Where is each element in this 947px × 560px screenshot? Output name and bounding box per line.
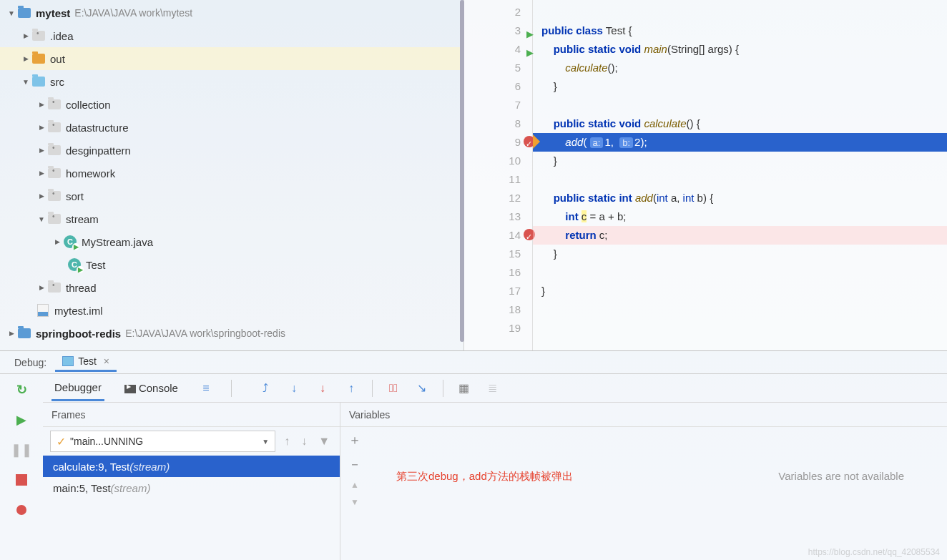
execution-line: add( a:1, b:2); (533, 133, 947, 152)
stack-frame[interactable]: calculate:9, Test (stream) (43, 456, 340, 477)
variables-pane: Variables ＋ － ▲ ▼ 第三次debug，add方法的栈帧被弹出 V… (340, 403, 947, 560)
debug-session-tab[interactable]: Test × (55, 353, 117, 372)
line-number: 5 (464, 59, 532, 77)
line-gutter[interactable]: 2 3▶ 4▶ 5 6 7 8 9 10 11 12 13 14 15 16 1… (464, 0, 533, 350)
line-number: 6 (464, 77, 532, 96)
debug-tab-bar: Debug: Test × (0, 351, 947, 374)
line-number: 9 (464, 133, 532, 152)
tree-folder-out[interactable]: out (0, 47, 463, 70)
package-icon (47, 121, 62, 134)
trace-current-stream-chain-icon[interactable]: ≣ (485, 380, 501, 396)
line-number: 13 (464, 207, 532, 226)
iml-file-icon (36, 304, 50, 317)
debugger-tab[interactable]: Debugger (51, 375, 104, 401)
tree-pkg-datastructure[interactable]: datastructure (0, 116, 463, 139)
project-path: E:\JAVA\JAVA work\mytest (74, 7, 192, 19)
next-frame-icon[interactable]: ↓ (298, 432, 310, 451)
package-icon (47, 281, 62, 294)
resume-button[interactable]: ▶ (11, 410, 31, 430)
line-number: 7 (464, 96, 532, 114)
chevron-down-icon[interactable] (6, 7, 17, 19)
step-into-icon[interactable]: ↓ (286, 380, 302, 396)
class-icon: C (63, 235, 77, 248)
line-number: 15 (464, 245, 532, 263)
chevron-right-icon[interactable] (36, 144, 47, 156)
line-number: 18 (464, 300, 532, 319)
evaluate-expression-icon[interactable]: ▦ (456, 380, 472, 396)
console-tab[interactable]: Console (122, 376, 181, 400)
line-number: 16 (464, 263, 532, 282)
line-number: 19 (464, 319, 532, 338)
code-content[interactable]: public class Test { public static void m… (533, 0, 947, 350)
frames-pane: Frames ✓ "main...UNNING ▼ ↑ ↓ ▼ calculat… (43, 403, 340, 560)
chevron-down-icon: ▼ (262, 438, 269, 446)
thread-selector[interactable]: ✓ "main...UNNING ▼ (50, 431, 275, 452)
tree-pkg-homework[interactable]: homework (0, 162, 463, 185)
tree-file-mystream[interactable]: CMyStream.java (0, 230, 463, 253)
tree-project-springboot-redis[interactable]: springboot-redis E:\JAVA\JAVA work\sprin… (0, 322, 463, 345)
chevron-right-icon[interactable] (36, 190, 47, 202)
stop-button[interactable] (11, 470, 31, 490)
drop-frame-icon[interactable]: ✕⃞ (386, 380, 401, 396)
frames-list[interactable]: calculate:9, Test (stream) main:5, Test … (43, 456, 340, 560)
pause-button[interactable]: ❚❚ (11, 440, 31, 460)
frames-header: Frames (43, 403, 340, 427)
debug-label: Debug: (14, 357, 46, 368)
tree-pkg-desginpattern[interactable]: desginpattern (0, 139, 463, 162)
view-breakpoints-button[interactable] (11, 500, 31, 520)
project-name: mytest (36, 7, 70, 19)
package-icon (47, 144, 62, 157)
chevron-right-icon[interactable] (20, 30, 31, 41)
code-editor[interactable]: 2 3▶ 4▶ 5 6 7 8 9 10 11 12 13 14 15 16 1… (463, 0, 947, 350)
close-icon[interactable]: × (104, 355, 109, 367)
variables-header: Variables (340, 403, 947, 427)
tree-pkg-sort[interactable]: sort (0, 185, 463, 207)
chevron-right-icon[interactable] (36, 122, 47, 133)
chevron-down-icon[interactable] (36, 213, 47, 225)
project-tree[interactable]: mytest E:\JAVA\JAVA work\mytest .idea ou… (0, 0, 463, 350)
watermark: https://blog.csdn.net/qq_42085534 (808, 547, 940, 557)
class-icon: C (67, 258, 82, 271)
step-over-icon[interactable]: ⤴ (257, 380, 273, 396)
line-number: 2 (464, 3, 532, 21)
application-icon (62, 356, 74, 366)
debug-side-toolbar: ↻ ▶ ❚❚ (0, 374, 43, 560)
chevron-right-icon[interactable] (36, 99, 47, 110)
tree-file-iml[interactable]: mytest.iml (0, 299, 463, 322)
step-out-icon[interactable]: ↑ (343, 380, 359, 396)
console-icon (124, 385, 136, 393)
package-icon (47, 212, 62, 225)
line-number: 4▶ (464, 40, 532, 59)
chevron-right-icon[interactable] (51, 236, 63, 247)
source-folder-icon (31, 75, 46, 88)
module-icon (17, 327, 31, 340)
tree-pkg-collection[interactable]: collection (0, 93, 463, 116)
force-step-into-icon[interactable]: ↓ (315, 380, 330, 396)
line-number: 8 (464, 114, 532, 133)
run-to-cursor-icon[interactable]: ↘ (414, 380, 430, 396)
folder-icon (31, 29, 46, 42)
chevron-right-icon[interactable] (20, 53, 31, 64)
module-icon (17, 6, 31, 19)
tree-project-mytest[interactable]: mytest E:\JAVA\JAVA work\mytest (0, 1, 463, 24)
tree-pkg-thread[interactable]: thread (0, 276, 463, 299)
debug-panel: Debug: Test × ↻ ▶ ❚❚ Debugger Console ≡ … (0, 350, 947, 560)
chevron-right-icon[interactable] (6, 328, 17, 339)
chevron-down-icon[interactable] (20, 76, 31, 87)
tree-file-test[interactable]: CTest (0, 253, 463, 276)
rerun-button[interactable]: ↻ (11, 380, 31, 400)
line-number: 12 (464, 189, 532, 207)
chevron-right-icon[interactable] (36, 282, 47, 293)
tree-folder-idea[interactable]: .idea (0, 24, 463, 47)
stack-frame[interactable]: main:5, Test (stream) (43, 477, 340, 498)
debug-toolbar: Debugger Console ≡ ⤴ ↓ ↓ ↑ ✕⃞ ↘ ▦ ≣ (43, 374, 947, 403)
filter-icon[interactable]: ▼ (315, 432, 333, 451)
tree-folder-src[interactable]: src (0, 70, 463, 93)
annotation-text: 第三次debug，add方法的栈帧被弹出 (396, 470, 573, 483)
chevron-right-icon[interactable] (36, 167, 47, 179)
line-number: 3▶ (464, 21, 532, 40)
show-threads-icon[interactable]: ≡ (198, 380, 214, 396)
tree-pkg-stream[interactable]: stream (0, 207, 463, 230)
check-icon: ✓ (57, 435, 66, 448)
previous-frame-icon[interactable]: ↑ (281, 432, 293, 451)
